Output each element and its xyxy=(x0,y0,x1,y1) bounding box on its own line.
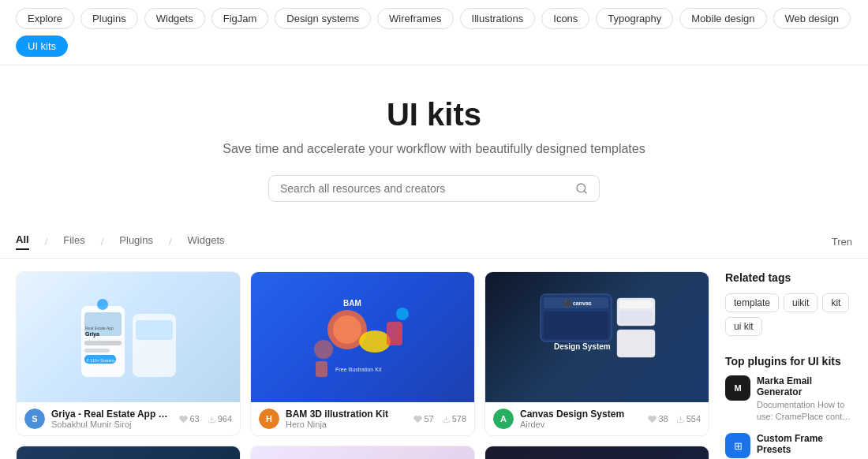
sidebar: Related tags templateuikitkitui kit Top … xyxy=(722,259,868,459)
svg-point-17 xyxy=(333,315,361,344)
svg-text:BAM: BAM xyxy=(343,299,361,308)
nav-item-plugins[interactable]: Plugins xyxy=(80,8,138,29)
card-item[interactable]: boldo Save time by building fast with Bo… xyxy=(16,446,241,459)
svg-rect-8 xyxy=(136,320,173,340)
card-item[interactable]: Complete Guide for Wireframes CComplete … xyxy=(485,446,709,459)
plugin-item[interactable]: MMarka Email GeneratorDocumentation How … xyxy=(725,375,855,424)
card-title: Griya - Real Estate App UI Kit xyxy=(51,409,173,420)
svg-text:F 110+ Screens: F 110+ Screens xyxy=(87,358,115,363)
plugin-name: Marka Email Generator xyxy=(757,375,855,397)
tab-separator: / xyxy=(169,236,172,248)
filter-tab-all[interactable]: All xyxy=(16,233,29,250)
search-button[interactable] xyxy=(575,182,588,195)
svg-point-18 xyxy=(359,330,391,353)
svg-text:Free Illustration Kit: Free Illustration Kit xyxy=(335,367,381,372)
filter-tab-widgets[interactable]: Widgets xyxy=(188,234,225,249)
nav-item-web-design[interactable]: Web design xyxy=(773,8,851,29)
plugin-desc: Documentation How to use: CramePlace con… xyxy=(757,399,855,424)
filter-tab-files[interactable]: Files xyxy=(63,234,84,249)
plugin-item[interactable]: ⊞Custom Frame PresetsCreate your own set… xyxy=(725,433,855,459)
search-bar xyxy=(268,175,600,202)
svg-text:M: M xyxy=(734,383,741,393)
card-text: Griya - Real Estate App UI KitSobakhul M… xyxy=(51,409,173,429)
plugins-list: MMarka Email GeneratorDocumentation How … xyxy=(725,375,855,459)
card-stats: 57 578 xyxy=(413,414,466,424)
card-item[interactable]: BAM Free Illustration Kit HBAM 3D illust… xyxy=(250,271,475,436)
cards-grid: Griya Real Estate App F 110+ Screens SGr… xyxy=(0,259,722,459)
plugin-name: Custom Frame Presets xyxy=(757,433,855,455)
card-item[interactable]: ⬛ canvas Design System ACanvas Design Sy… xyxy=(485,271,709,436)
card-text: Canvas Design SystemAirdev xyxy=(520,409,642,429)
card-author: Hero Ninja xyxy=(286,420,407,429)
plugin-icon: ⊞ xyxy=(725,433,750,458)
nav-item-illustrations[interactable]: Illustrations xyxy=(460,8,536,29)
sort-control[interactable]: Tren xyxy=(832,236,852,248)
search-input[interactable] xyxy=(280,182,569,195)
svg-point-20 xyxy=(314,340,333,359)
card-item[interactable]: Griya Real Estate App F 110+ Screens SGr… xyxy=(16,271,241,436)
svg-rect-5 xyxy=(84,341,122,345)
nav-item-icons[interactable]: Icons xyxy=(541,8,589,29)
svg-text:⊞: ⊞ xyxy=(734,440,743,452)
card-downloads: 964 xyxy=(208,414,232,424)
card-author: Sobakhul Munir Siroj xyxy=(51,420,173,429)
svg-text:Real Estate App: Real Estate App xyxy=(85,326,114,330)
card-info: HBAM 3D illustration KitHero Ninja 57 57… xyxy=(251,402,474,435)
avatar: H xyxy=(259,409,279,429)
svg-rect-31 xyxy=(544,312,608,339)
plugin-info: Marka Email GeneratorDocumentation How t… xyxy=(757,375,855,424)
hero-section: UI kits Save time and accelerate your wo… xyxy=(0,65,868,226)
card-info: ACanvas Design SystemAirdev 38 554 xyxy=(485,402,709,435)
card-downloads: 554 xyxy=(676,414,701,424)
svg-text:⬛ canvas: ⬛ canvas xyxy=(564,300,592,307)
related-tag[interactable]: uikit xyxy=(784,293,817,312)
nav-item-wireframes[interactable]: Wireframes xyxy=(377,8,453,29)
filter-tab-plugins[interactable]: Plugins xyxy=(119,234,153,249)
nav-item-typography[interactable]: Typography xyxy=(596,8,673,29)
card-stats: 63 964 xyxy=(179,414,232,424)
related-tag[interactable]: template xyxy=(725,293,779,312)
card-info: SGriya - Real Estate App UI KitSobakhul … xyxy=(17,402,240,435)
svg-point-23 xyxy=(396,308,409,320)
nav-item-ui-kits[interactable]: UI kits xyxy=(16,35,68,57)
svg-text:Griya: Griya xyxy=(85,331,99,338)
card-title: Canvas Design System xyxy=(520,409,642,420)
svg-rect-35 xyxy=(617,330,655,357)
card-text: BAM 3D illustration KitHero Ninja xyxy=(286,409,407,429)
avatar: A xyxy=(493,409,514,429)
nav-item-widgets[interactable]: Widgets xyxy=(144,8,205,29)
card-item[interactable]: MMiddle card xyxy=(250,446,475,459)
svg-rect-6 xyxy=(84,349,110,353)
card-downloads: 578 xyxy=(442,414,466,424)
tags-container: templateuikitkitui kit xyxy=(725,293,855,336)
card-likes: 63 xyxy=(179,414,199,424)
svg-rect-19 xyxy=(387,322,402,345)
plugin-icon: M xyxy=(725,375,750,401)
card-title: BAM 3D illustration Kit xyxy=(286,409,407,420)
card-likes: 38 xyxy=(648,414,668,424)
related-tag[interactable]: ui kit xyxy=(725,317,762,336)
hero-subtitle: Save time and accelerate your workflow w… xyxy=(16,142,852,156)
card-likes: 57 xyxy=(413,414,433,424)
nav-item-figjam[interactable]: FigJam xyxy=(211,8,269,29)
nav-item-mobile-design[interactable]: Mobile design xyxy=(679,8,766,29)
main-content: Griya Real Estate App F 110+ Screens SGr… xyxy=(0,259,868,459)
card-stats: 38 554 xyxy=(648,414,701,424)
plugin-info: Custom Frame PresetsCreate your own sets… xyxy=(757,433,855,459)
related-tags-title: Related tags xyxy=(725,271,855,284)
avatar: S xyxy=(24,409,45,429)
filter-row: All/Files/Plugins/WidgetsTren xyxy=(0,226,868,259)
svg-line-1 xyxy=(584,191,586,193)
tab-separator: / xyxy=(101,236,104,248)
related-tag[interactable]: kit xyxy=(822,293,849,312)
nav-item-design-systems[interactable]: Design systems xyxy=(275,8,371,29)
svg-point-4 xyxy=(97,299,108,310)
svg-rect-33 xyxy=(619,300,653,308)
svg-text:H: H xyxy=(266,414,272,424)
svg-text:A: A xyxy=(500,414,507,424)
svg-text:S: S xyxy=(32,414,37,424)
page-title: UI kits xyxy=(16,97,852,132)
nav-bar: ExplorePluginsWidgetsFigJamDesign system… xyxy=(0,0,868,65)
tab-separator: / xyxy=(45,236,48,248)
nav-item-explore[interactable]: Explore xyxy=(16,8,74,29)
